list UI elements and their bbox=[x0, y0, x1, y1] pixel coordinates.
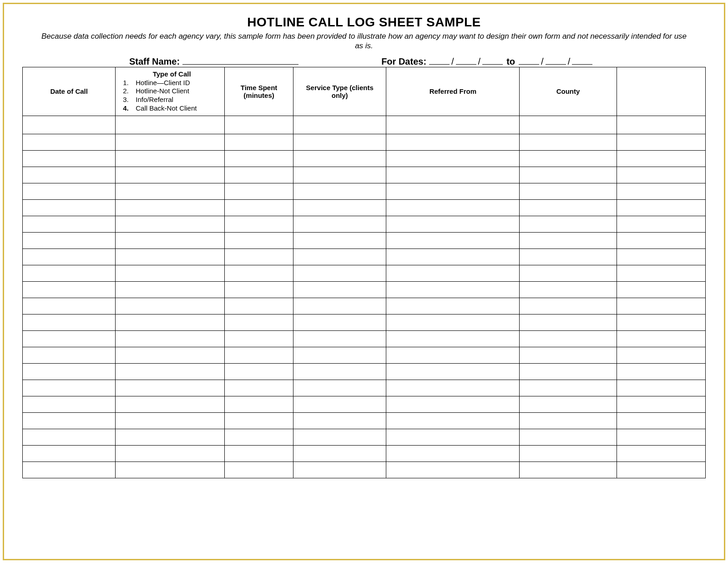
table-cell[interactable] bbox=[23, 380, 116, 396]
table-cell[interactable] bbox=[386, 249, 520, 265]
table-cell[interactable] bbox=[386, 429, 520, 445]
table-cell[interactable] bbox=[225, 167, 293, 183]
staff-name-input-line[interactable] bbox=[182, 55, 298, 65]
table-cell[interactable] bbox=[116, 298, 225, 314]
table-cell[interactable] bbox=[225, 363, 293, 380]
table-cell[interactable] bbox=[520, 150, 617, 167]
table-cell[interactable] bbox=[116, 363, 225, 380]
table-cell[interactable] bbox=[386, 330, 520, 347]
date-from-year[interactable] bbox=[482, 55, 503, 65]
table-cell[interactable] bbox=[386, 396, 520, 412]
table-cell[interactable] bbox=[386, 167, 520, 183]
table-cell[interactable] bbox=[116, 429, 225, 445]
table-cell[interactable] bbox=[520, 429, 617, 445]
table-cell[interactable] bbox=[386, 347, 520, 363]
table-cell[interactable] bbox=[293, 380, 386, 396]
table-cell[interactable] bbox=[23, 150, 116, 167]
table-cell[interactable] bbox=[23, 429, 116, 445]
table-cell[interactable] bbox=[23, 216, 116, 232]
table-cell[interactable] bbox=[116, 281, 225, 298]
table-cell[interactable] bbox=[23, 167, 116, 183]
table-cell[interactable] bbox=[225, 134, 293, 150]
table-cell[interactable] bbox=[617, 396, 705, 412]
table-cell[interactable] bbox=[225, 265, 293, 281]
table-cell[interactable] bbox=[225, 199, 293, 216]
table-cell[interactable] bbox=[520, 134, 617, 150]
table-cell[interactable] bbox=[225, 183, 293, 199]
table-cell[interactable] bbox=[386, 314, 520, 330]
table-cell[interactable] bbox=[225, 281, 293, 298]
table-cell[interactable] bbox=[293, 412, 386, 429]
table-cell[interactable] bbox=[386, 265, 520, 281]
table-cell[interactable] bbox=[116, 134, 225, 150]
table-cell[interactable] bbox=[293, 134, 386, 150]
table-cell[interactable] bbox=[23, 232, 116, 249]
table-cell[interactable] bbox=[225, 429, 293, 445]
table-cell[interactable] bbox=[520, 347, 617, 363]
table-cell[interactable] bbox=[520, 380, 617, 396]
table-cell[interactable] bbox=[386, 281, 520, 298]
table-cell[interactable] bbox=[617, 150, 705, 167]
table-cell[interactable] bbox=[520, 265, 617, 281]
table-cell[interactable] bbox=[386, 298, 520, 314]
table-cell[interactable] bbox=[116, 445, 225, 462]
date-from-day[interactable] bbox=[456, 55, 476, 65]
table-cell[interactable] bbox=[293, 216, 386, 232]
table-cell[interactable] bbox=[617, 281, 705, 298]
table-cell[interactable] bbox=[386, 380, 520, 396]
table-cell[interactable] bbox=[23, 396, 116, 412]
table-cell[interactable] bbox=[617, 462, 705, 478]
table-cell[interactable] bbox=[23, 281, 116, 298]
table-cell[interactable] bbox=[23, 265, 116, 281]
table-cell[interactable] bbox=[23, 116, 116, 134]
table-cell[interactable] bbox=[520, 232, 617, 249]
table-cell[interactable] bbox=[520, 298, 617, 314]
table-cell[interactable] bbox=[293, 232, 386, 249]
table-cell[interactable] bbox=[520, 183, 617, 199]
date-to-year[interactable] bbox=[572, 55, 592, 65]
table-cell[interactable] bbox=[116, 314, 225, 330]
table-cell[interactable] bbox=[225, 298, 293, 314]
table-cell[interactable] bbox=[225, 445, 293, 462]
table-cell[interactable] bbox=[293, 150, 386, 167]
table-cell[interactable] bbox=[386, 232, 520, 249]
table-cell[interactable] bbox=[225, 396, 293, 412]
table-cell[interactable] bbox=[617, 347, 705, 363]
table-cell[interactable] bbox=[617, 380, 705, 396]
table-cell[interactable] bbox=[520, 462, 617, 478]
table-cell[interactable] bbox=[617, 183, 705, 199]
table-cell[interactable] bbox=[617, 298, 705, 314]
table-cell[interactable] bbox=[520, 216, 617, 232]
date-to-month[interactable] bbox=[519, 55, 539, 65]
table-cell[interactable] bbox=[520, 314, 617, 330]
table-cell[interactable] bbox=[293, 347, 386, 363]
table-cell[interactable] bbox=[386, 134, 520, 150]
table-cell[interactable] bbox=[386, 150, 520, 167]
table-cell[interactable] bbox=[225, 116, 293, 134]
table-cell[interactable] bbox=[386, 216, 520, 232]
table-cell[interactable] bbox=[386, 183, 520, 199]
table-cell[interactable] bbox=[520, 281, 617, 298]
table-cell[interactable] bbox=[116, 116, 225, 134]
table-cell[interactable] bbox=[225, 249, 293, 265]
table-cell[interactable] bbox=[116, 396, 225, 412]
table-cell[interactable] bbox=[116, 199, 225, 216]
table-cell[interactable] bbox=[225, 347, 293, 363]
table-cell[interactable] bbox=[225, 314, 293, 330]
date-from-month[interactable] bbox=[429, 55, 450, 65]
table-cell[interactable] bbox=[116, 232, 225, 249]
table-cell[interactable] bbox=[116, 249, 225, 265]
table-cell[interactable] bbox=[386, 412, 520, 429]
table-cell[interactable] bbox=[293, 429, 386, 445]
table-cell[interactable] bbox=[617, 363, 705, 380]
table-cell[interactable] bbox=[23, 462, 116, 478]
table-cell[interactable] bbox=[23, 199, 116, 216]
table-cell[interactable] bbox=[293, 363, 386, 380]
table-cell[interactable] bbox=[225, 380, 293, 396]
table-cell[interactable] bbox=[116, 183, 225, 199]
table-cell[interactable] bbox=[617, 199, 705, 216]
table-cell[interactable] bbox=[225, 412, 293, 429]
table-cell[interactable] bbox=[116, 216, 225, 232]
table-cell[interactable] bbox=[293, 330, 386, 347]
table-cell[interactable] bbox=[23, 314, 116, 330]
